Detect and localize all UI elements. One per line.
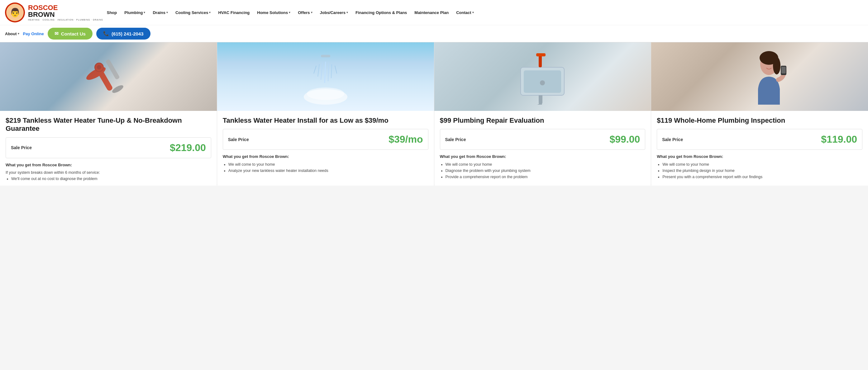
card-2-image — [217, 42, 434, 111]
card-3-title: $99 Plumbing Repair Evaluation — [440, 117, 646, 125]
svg-point-2 — [111, 84, 125, 94]
card-1-body: $219 Tankless Water Heater Tune-Up & No-… — [0, 111, 217, 186]
svg-line-8 — [321, 63, 322, 80]
card-4: $119 Whole-Home Plumbing Inspection Sale… — [651, 42, 868, 186]
nav-item-jobs[interactable]: Jobs/Careers ▾ — [316, 5, 352, 21]
logo-text: ROSCOE BROWN HEATING · COOLING · INSULAT… — [28, 4, 103, 21]
card-2-price-box: Sale Price $39/mo — [223, 129, 428, 150]
svg-line-9 — [324, 62, 326, 83]
nav-item-financing[interactable]: Financing Options & Plans — [352, 5, 411, 21]
list-item: We will come to your home — [662, 161, 862, 167]
card-2-what-you-get: What you get from Roscoe Brown: — [223, 154, 428, 159]
list-item: We will come to your home — [228, 161, 428, 167]
chevron-down-icon: ▾ — [166, 11, 168, 14]
logo-circle: 👨 — [5, 2, 25, 23]
card-2: Tankless Water Heater Install for as Low… — [217, 42, 434, 186]
card-4-body: $119 Whole-Home Plumbing Inspection Sale… — [651, 111, 868, 186]
card-3-image — [434, 42, 651, 111]
card-3-body: $99 Plumbing Repair Evaluation Sale Pric… — [434, 111, 651, 186]
svg-rect-6 — [321, 55, 330, 57]
list-item: We will come to your home — [445, 161, 646, 167]
card-1-bullets: We'll come out at no cost to diagnose th… — [6, 176, 211, 182]
header: 👨 ROSCOE BROWN HEATING · COOLING · INSUL… — [0, 0, 868, 42]
nav-item-maintenance[interactable]: Maintenance Plan — [411, 5, 453, 21]
card-3-bullets: We will come to your home Diagnose the p… — [440, 161, 646, 180]
svg-line-10 — [328, 63, 329, 81]
card-3-what-you-get: What you get from Roscoe Brown: — [440, 154, 646, 159]
phone-button[interactable]: 📞 (615) 241-2043 — [96, 28, 151, 39]
card-4-what-you-get: What you get from Roscoe Brown: — [657, 154, 862, 159]
cards-section: $219 Tankless Water Heater Tune-Up & No-… — [0, 42, 868, 186]
nav-item-cooling[interactable]: Cooling Services ▾ — [172, 5, 214, 21]
list-item: Analyze your new tankless water heater i… — [228, 167, 428, 174]
card-3-sale-label: Sale Price — [445, 137, 466, 142]
logo-face: 👨 — [6, 4, 24, 21]
svg-rect-19 — [536, 53, 546, 56]
card-2-bullets: We will come to your home Analyze your n… — [223, 161, 428, 174]
nav-item-drains[interactable]: Drains ▾ — [149, 5, 172, 21]
chevron-down-icon: ▾ — [311, 11, 312, 14]
nav-item-shop[interactable]: Shop — [103, 5, 121, 21]
card-1-sale-price: $219.00 — [170, 142, 206, 154]
svg-line-13 — [335, 66, 337, 73]
main-nav: Shop Plumbing ▾ Drains ▾ Cooling Service… — [103, 5, 863, 21]
secondary-bar: About ▾ Pay Online ✉ Contact Us 📞 (615) … — [0, 25, 868, 42]
svg-line-7 — [318, 64, 319, 76]
about-button[interactable]: About ▾ — [5, 31, 19, 36]
card-4-title: $119 Whole-Home Plumbing Inspection — [657, 117, 862, 125]
card-1-sale-label: Sale Price — [11, 145, 32, 150]
svg-line-12 — [314, 66, 316, 73]
envelope-icon: ✉ — [55, 31, 59, 36]
svg-line-11 — [331, 64, 332, 78]
card-2-sale-label: Sale Price — [228, 137, 249, 142]
card-4-bullets: We will come to your home Inspect the pl… — [657, 161, 862, 180]
nav-item-hvac[interactable]: HVAC Financing — [214, 5, 253, 21]
svg-rect-18 — [539, 55, 542, 67]
svg-rect-26 — [781, 67, 786, 73]
card-1-price-box: Sale Price $219.00 — [6, 137, 211, 158]
svg-point-15 — [307, 88, 344, 100]
card-3: $99 Plumbing Repair Evaluation Sale Pric… — [434, 42, 651, 186]
card-1-title: $219 Tankless Water Heater Tune-Up & No-… — [6, 117, 211, 133]
phone-icon: 📞 — [103, 31, 109, 36]
svg-point-24 — [773, 57, 780, 74]
card-4-image — [651, 42, 868, 111]
pay-online-button[interactable]: Pay Online — [23, 31, 44, 36]
card-1: $219 Tankless Water Heater Tune-Up & No-… — [0, 42, 217, 186]
card-4-price-box: Sale Price $119.00 — [657, 129, 862, 150]
card-1-what-you-get: What you get from Roscoe Brown: — [6, 162, 211, 167]
chevron-down-icon: ▾ — [18, 32, 19, 35]
logo[interactable]: 👨 ROSCOE BROWN HEATING · COOLING · INSUL… — [5, 0, 103, 25]
top-nav: 👨 ROSCOE BROWN HEATING · COOLING · INSUL… — [0, 0, 868, 25]
card-3-sale-price: $99.00 — [610, 133, 640, 145]
list-item: Inspect the plumbing design in your home — [662, 167, 862, 174]
card-1-desc: If your system breaks down within 6 mont… — [6, 170, 211, 176]
list-item: Provide a comprehensive report on the pr… — [445, 174, 646, 180]
card-4-sale-label: Sale Price — [662, 137, 683, 142]
card-4-sale-price: $119.00 — [821, 133, 857, 145]
card-2-sale-price: $39/mo — [389, 133, 423, 145]
contact-us-button[interactable]: ✉ Contact Us — [48, 28, 93, 39]
card-2-title: Tankless Water Heater Install for as Low… — [223, 117, 428, 125]
card-1-image — [0, 42, 217, 111]
chevron-down-icon: ▾ — [289, 11, 290, 14]
svg-rect-21 — [539, 95, 542, 103]
svg-rect-3 — [105, 59, 120, 80]
logo-tagline: HEATING · COOLING · INSULATION · PLUMBIN… — [28, 19, 103, 21]
chevron-down-icon: ▾ — [472, 11, 474, 14]
nav-item-home-solutions[interactable]: Home Solutions ▾ — [253, 5, 294, 21]
list-item: We'll come out at no cost to diagnose th… — [11, 176, 211, 182]
nav-item-contact[interactable]: Contact ▾ — [453, 5, 477, 21]
logo-name: ROSCOE BROWN — [28, 4, 103, 18]
svg-point-5 — [97, 65, 101, 69]
card-3-price-box: Sale Price $99.00 — [440, 129, 646, 150]
chevron-down-icon: ▾ — [144, 11, 145, 14]
list-item: Diagnose the problem with your plumbing … — [445, 167, 646, 174]
nav-item-plumbing[interactable]: Plumbing ▾ — [121, 5, 149, 21]
nav-item-offers[interactable]: Offers ▾ — [294, 5, 316, 21]
list-item: Present you with a comprehensive report … — [662, 174, 862, 180]
chevron-down-icon: ▾ — [346, 11, 348, 14]
chevron-down-icon: ▾ — [209, 11, 211, 14]
svg-point-20 — [540, 80, 545, 85]
card-2-body: Tankless Water Heater Install for as Low… — [217, 111, 434, 186]
